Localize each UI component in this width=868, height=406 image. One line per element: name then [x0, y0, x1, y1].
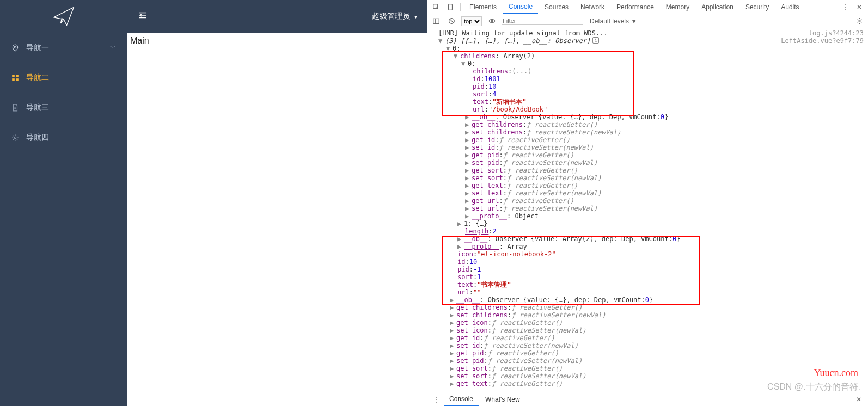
expand-icon[interactable]: ▶	[465, 144, 470, 151]
sidebar-item-label: 导航一	[26, 43, 49, 53]
devtools-tab-console[interactable]: Console	[503, 0, 538, 14]
logo	[0, 0, 127, 33]
expand-icon[interactable]: ▶	[465, 182, 470, 189]
devtools-close-icon[interactable]: ✕	[853, 1, 866, 14]
sidebar-item-nav2[interactable]: 导航二	[0, 63, 127, 93]
console-line: ▶__ob__: Observer {value: {…}, dep: Dep,…	[427, 113, 868, 121]
chevron-down-icon: ﹀	[110, 44, 116, 52]
expand-icon[interactable]: ▶	[457, 235, 463, 243]
expand-icon[interactable]: ▶	[450, 349, 455, 357]
expand-icon[interactable]: ▶	[450, 372, 455, 380]
expand-icon[interactable]: ▶	[465, 167, 470, 174]
console-line: sort: 4	[427, 90, 868, 98]
devtools-tab-network[interactable]: Network	[575, 0, 610, 14]
devtools-tab-application[interactable]: Application	[696, 0, 739, 14]
console-line: text: "新增书本"	[427, 98, 868, 106]
expand-icon[interactable]: ▶	[457, 220, 463, 227]
source-link[interactable]: LeftAside.vue?e9f7:79	[781, 37, 864, 45]
devtools-panel: Elements Console Sources Network Perform…	[427, 0, 868, 406]
console-line: ▶set url: ƒ reactiveSetter(newVal)	[427, 205, 868, 212]
expand-icon[interactable]: ▶	[465, 121, 470, 128]
expand-icon[interactable]: ▼	[454, 52, 459, 60]
expand-icon[interactable]: ▼	[438, 37, 444, 45]
sidebar-item-nav3[interactable]: 导航三	[0, 93, 127, 122]
context-select[interactable]: top	[461, 16, 482, 26]
console-line: ▶set id: ƒ reactiveSetter(newVal)	[427, 342, 868, 349]
sidebar-item-label: 导航三	[26, 103, 49, 113]
console-line: ▶set sort: ƒ reactiveSetter(newVal)	[427, 174, 868, 182]
console-line: [HMR] Waiting for update signal from WDS…	[427, 29, 868, 37]
main-content: Main	[127, 33, 427, 406]
filter-input[interactable]	[502, 17, 583, 25]
console-line: ▼0:	[427, 60, 868, 67]
console-line: ▶get pid: ƒ reactiveGetter()	[427, 349, 868, 357]
console-output[interactable]: [HMR] Waiting for update signal from WDS…	[427, 28, 868, 392]
sidebar-item-nav1[interactable]: 导航一 ﹀	[0, 33, 127, 63]
drawer-tab-console[interactable]: Console	[444, 392, 479, 407]
console-line: ▶get id: ƒ reactiveGetter()	[427, 136, 868, 144]
expand-icon[interactable]: ▶	[465, 189, 470, 197]
drawer-close-icon[interactable]: ✕	[853, 396, 865, 403]
expand-icon[interactable]: ▶	[450, 334, 455, 342]
live-expression-icon[interactable]	[486, 16, 497, 27]
console-line: ▼(3) [{…}, {…}, {…}, __ob__: Observer]iL…	[427, 37, 868, 45]
expand-icon[interactable]: ▶	[450, 296, 455, 304]
console-line: ▶set childrens: ƒ reactiveSetter(newVal)	[427, 311, 868, 319]
console-line: id: 10	[427, 258, 868, 266]
console-line: ▶set icon: ƒ reactiveSetter(newVal)	[427, 327, 868, 334]
drawer-tab-whatsnew[interactable]: What's New	[480, 392, 525, 407]
console-toolbar: top Default levels ▼	[427, 14, 868, 28]
expand-icon[interactable]: ▶	[465, 174, 470, 182]
grid-icon	[11, 73, 20, 82]
source-link[interactable]: log.js?4244:23	[809, 29, 864, 37]
expand-icon[interactable]: ▼	[461, 60, 467, 67]
expand-icon[interactable]: ▶	[450, 327, 455, 334]
console-line: ▶get sort: ƒ reactiveGetter()	[427, 167, 868, 174]
expand-icon[interactable]: ▶	[450, 357, 455, 365]
device-toggle-icon[interactable]	[444, 1, 457, 14]
devtools-tab-memory[interactable]: Memory	[661, 0, 695, 14]
console-line: pid: -1	[427, 266, 868, 273]
sidebar-item-nav4[interactable]: 导航四	[0, 122, 127, 152]
console-line: ▼childrens: Array(2)	[427, 52, 868, 60]
username-label: 超级管理员	[372, 11, 410, 21]
expand-icon[interactable]: ▶	[450, 304, 455, 311]
info-icon[interactable]: i	[592, 37, 599, 44]
expand-icon[interactable]: ▶	[465, 128, 470, 136]
drawer-more-icon[interactable]: ⋮	[431, 396, 443, 403]
expand-icon[interactable]: ▶	[450, 365, 455, 372]
collapse-sidebar-button[interactable]	[137, 10, 149, 23]
devtools-tab-security[interactable]: Security	[740, 0, 774, 14]
expand-icon[interactable]: ▶	[450, 319, 455, 327]
log-levels-select[interactable]: Default levels ▼	[590, 17, 637, 25]
sidebar-toggle-icon[interactable]	[431, 16, 442, 27]
console-line: id: 1001	[427, 75, 868, 83]
console-line: ▶set pid: ƒ reactiveSetter(newVal)	[427, 357, 868, 365]
inspect-element-icon[interactable]	[430, 1, 443, 14]
expand-icon[interactable]: ▶	[450, 380, 455, 387]
expand-icon[interactable]: ▶	[465, 212, 470, 220]
expand-icon[interactable]: ▼	[446, 45, 451, 52]
devtools-tab-sources[interactable]: Sources	[539, 0, 574, 14]
expand-icon[interactable]: ▶	[450, 342, 455, 349]
expand-icon[interactable]: ▶	[465, 113, 470, 121]
expand-icon[interactable]: ▶	[465, 159, 470, 167]
svg-rect-3	[12, 78, 15, 81]
expand-icon[interactable]: ▶	[465, 136, 470, 144]
devtools-tab-elements[interactable]: Elements	[464, 0, 502, 14]
devtools-tab-audits[interactable]: Audits	[775, 0, 804, 14]
console-line: ▶__ob__: Observer {value: Array(2), dep:…	[427, 235, 868, 243]
devtools-more-icon[interactable]: ⋮	[839, 1, 852, 14]
clear-console-icon[interactable]	[446, 16, 457, 27]
expand-icon[interactable]: ▶	[465, 197, 470, 205]
console-settings-icon[interactable]	[854, 16, 865, 27]
expand-icon[interactable]: ▶	[465, 205, 470, 212]
expand-icon[interactable]: ▶	[465, 151, 470, 159]
devtools-header: Elements Console Sources Network Perform…	[427, 0, 868, 14]
user-menu[interactable]: 超级管理员 ▾	[372, 11, 417, 21]
expand-icon[interactable]: ▶	[457, 243, 463, 250]
expand-icon[interactable]: ▶	[450, 311, 455, 319]
console-line: childrens: (...)	[427, 67, 868, 75]
devtools-tab-performance[interactable]: Performance	[611, 0, 659, 14]
app-right: 超级管理员 ▾ Main	[127, 0, 427, 406]
